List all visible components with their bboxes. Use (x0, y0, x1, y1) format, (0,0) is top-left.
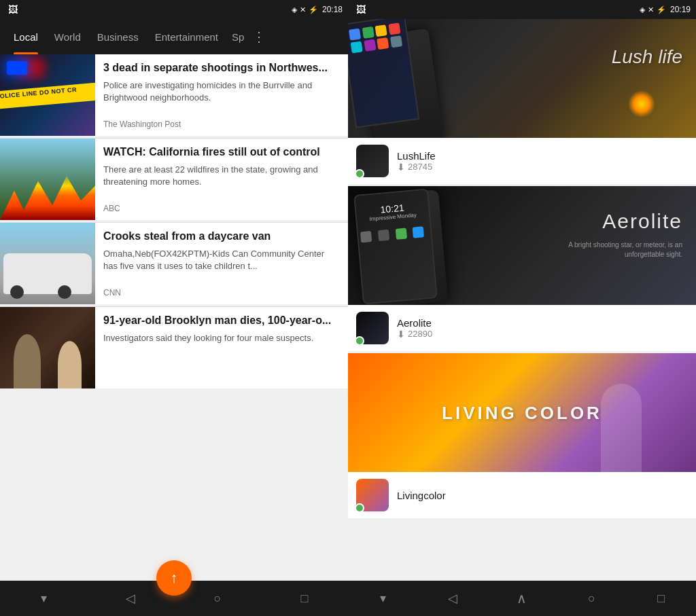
theme-info-aerolite: Aerolite ⬇ 22890 (348, 305, 696, 351)
banner-title-livingcolor: LIVING COLOR (442, 402, 602, 423)
bottom-nav-right: ▾ ◁ ∧ ○ □ (348, 581, 696, 616)
tab-entertainment[interactable]: Entertainment (147, 19, 226, 54)
news-title-shootings: 3 dead in separate shootings in Northwes… (103, 61, 340, 75)
recents-button-right[interactable]: □ (644, 581, 678, 615)
theme-meta-aerolite: Aerolite ⬇ 22890 (397, 317, 688, 340)
home-button-left[interactable]: ○ (201, 581, 234, 615)
banner-subtitle-aerolite: A bright shooting star, or meteor, is an… (560, 240, 682, 259)
figure-decoration (601, 384, 642, 472)
news-thumb-brooklyn (0, 307, 95, 388)
theme-active-dot-living (355, 503, 364, 513)
chevron-down-button-right[interactable]: ▾ (366, 581, 400, 615)
news-desc-fires: There are at least 22 wildfires in the s… (103, 164, 340, 188)
app-grid-aerolite (358, 223, 432, 244)
network-icon-right: ✕ (648, 5, 654, 14)
app-icon (360, 231, 372, 242)
status-bar-left: 🖼 ◈ ✕ ⚡ 20:18 (0, 0, 348, 19)
news-thumb-shootings (0, 54, 95, 136)
theme-name-lushlife: LushLife (397, 150, 688, 162)
bottom-nav-left: ▾ ◁ ↑ ○ □ (0, 581, 348, 616)
theme-banner-lushlife: Lush life (348, 19, 696, 138)
theme-active-dot-aerolite (355, 336, 364, 346)
theme-banner-livingcolor: LIVING COLOR (348, 353, 696, 472)
news-item-shootings[interactable]: 3 dead in separate shootings in Northwes… (0, 54, 348, 136)
theme-meta-lushlife: LushLife ⬇ 28745 (397, 150, 688, 173)
tab-local[interactable]: Local (5, 19, 46, 54)
news-source-van: CNN (103, 288, 340, 297)
app-icon (362, 26, 374, 39)
theme-meta-livingcolor: Livingcolor (397, 490, 688, 501)
theme-list: Lush life LushLife ⬇ 28745 (348, 19, 696, 581)
time-left: 20:18 (322, 5, 343, 14)
nav-tabs: Local World Business Entertainment Sp ⋮ (0, 19, 348, 54)
app-icon (378, 230, 389, 241)
time-right: 20:19 (670, 5, 691, 14)
news-list: 3 dead in separate shootings in Northwes… (0, 54, 348, 581)
banner-title-lushlife: Lush life (612, 46, 682, 68)
app-icon (349, 29, 361, 41)
app-icon (364, 39, 376, 52)
news-item-brooklyn[interactable]: 91-year-old Brooklyn man dies, 100-year-… (0, 307, 348, 388)
theme-icon-wrapper-aerolite (356, 312, 389, 344)
theme-icon-wrapper-lush (356, 145, 389, 177)
phone-mockup-aerolite: 10:21 Impressive Monday (353, 189, 438, 305)
tab-world[interactable]: World (46, 19, 89, 54)
tab-sp[interactable]: Sp (226, 19, 249, 54)
phone-mockup-lush (348, 19, 419, 128)
left-panel: 🖼 ◈ ✕ ⚡ 20:18 Local World Business Enter… (0, 0, 348, 616)
status-bar-right: 🖼 ◈ ✕ ⚡ 20:19 (348, 0, 696, 19)
tab-business[interactable]: Business (89, 19, 147, 54)
chevron-down-button[interactable]: ▾ (27, 581, 60, 615)
battery-icon-right: ⚡ (657, 5, 666, 14)
news-title-van: Crooks steal from a daycare van (103, 230, 340, 244)
status-icons-left: ◈ ✕ ⚡ 20:18 (292, 5, 343, 14)
fab-upload-button[interactable]: ↑ (156, 560, 192, 596)
back-button-left[interactable]: ◁ (114, 581, 147, 615)
news-source-fires: ABC (103, 204, 340, 213)
app-icon (395, 228, 406, 240)
news-desc-van: Omaha,Neb(FOX42KPTM)-Kids Can Community … (103, 248, 340, 272)
news-desc-brooklyn: Investigators said they looking for four… (103, 332, 340, 344)
police-lights (7, 61, 27, 75)
news-content-van: Crooks steal from a daycare van Omaha,Ne… (95, 223, 348, 304)
gold-light-decoration (628, 90, 655, 117)
download-icon-lush: ⬇ (397, 162, 405, 173)
app-icon (351, 41, 363, 53)
network-icon: ✕ (300, 5, 306, 14)
theme-card-livingcolor[interactable]: LIVING COLOR Livingcolor (348, 353, 696, 518)
theme-card-aerolite[interactable]: 10:21 Impressive Monday Aerolite A brigh… (348, 186, 696, 351)
news-thumb-van (0, 223, 95, 304)
back-button-right[interactable]: ◁ (436, 581, 470, 615)
news-item-van[interactable]: Crooks steal from a daycare van Omaha,Ne… (0, 223, 348, 304)
app-grid-lush (348, 20, 405, 56)
app-icon (375, 24, 387, 37)
right-panel: 🖼 ◈ ✕ ⚡ 20:19 (348, 0, 696, 616)
photo-icon: 🖼 (8, 4, 18, 15)
theme-name-livingcolor: Livingcolor (397, 490, 688, 501)
theme-active-dot-lush (355, 169, 364, 179)
chevron-up-button[interactable]: ∧ (505, 581, 539, 615)
news-thumb-fires (0, 139, 95, 220)
app-icon (377, 37, 389, 50)
banner-title-aerolite: Aerolite (602, 210, 682, 233)
app-icon (413, 226, 424, 238)
news-item-fires[interactable]: WATCH: California fires still out of con… (0, 139, 348, 220)
news-title-fires: WATCH: California fires still out of con… (103, 145, 340, 160)
news-content-shootings: 3 dead in separate shootings in Northwes… (95, 54, 348, 136)
news-title-brooklyn: 91-year-old Brooklyn man dies, 100-year-… (103, 314, 340, 328)
theme-icon-wrapper-living (356, 479, 389, 511)
more-menu-button[interactable]: ⋮ (252, 29, 266, 45)
home-button-right[interactable]: ○ (574, 581, 608, 615)
status-icons-right: ◈ ✕ ⚡ 20:19 (640, 5, 691, 14)
app-icon (390, 35, 402, 48)
recents-button-left[interactable]: □ (288, 581, 321, 615)
battery-icon: ⚡ (309, 5, 318, 14)
download-icon-aerolite: ⬇ (397, 329, 405, 340)
theme-card-lushlife[interactable]: Lush life LushLife ⬇ 28745 (348, 19, 696, 184)
status-bar-left-icons: 🖼 (5, 4, 289, 15)
theme-banner-aerolite: 10:21 Impressive Monday Aerolite A brigh… (348, 186, 696, 305)
theme-info-livingcolor: Livingcolor (348, 472, 696, 518)
signal-icon-right: ◈ (640, 5, 645, 14)
news-desc-shootings: Police are investigating homicides in th… (103, 79, 340, 104)
news-content-fires: WATCH: California fires still out of con… (95, 139, 348, 220)
